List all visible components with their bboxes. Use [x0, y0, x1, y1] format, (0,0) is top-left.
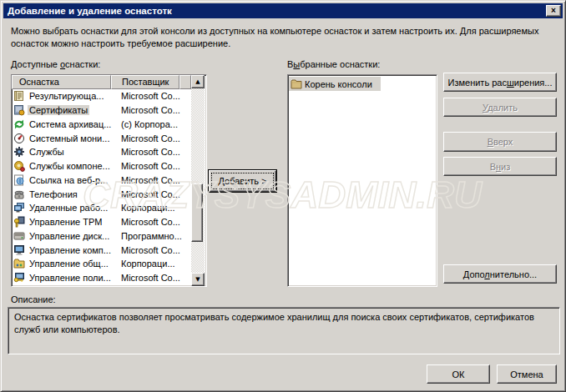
rsop-icon: [13, 90, 25, 102]
list-scrollbar[interactable]: ▲ ▼: [191, 75, 205, 286]
web-link-icon: [13, 174, 25, 186]
cancel-button[interactable]: Отмена: [497, 364, 557, 384]
selected-snapin-item[interactable]: Корень консоли: [289, 77, 381, 91]
snapin-vendor: Microsoft Co...: [111, 217, 191, 227]
tpm-icon: [13, 216, 25, 228]
snapin-vendor: Microsoft Co...: [111, 175, 191, 185]
add-button-label: Добавить >: [218, 176, 266, 186]
snapin-name: Сертификаты: [28, 105, 89, 115]
move-down-button: Вниз: [443, 157, 557, 176]
snapin-name: Ссылка на веб-р...: [28, 175, 109, 185]
snapin-vendor: Корпораци...: [111, 259, 191, 269]
snapin-row[interactable]: Результирующа...Microsoft Co...: [12, 89, 191, 103]
snapin-name: Управление поли...: [28, 273, 111, 283]
services-icon: [13, 146, 25, 158]
snapin-vendor: Microsoft Co...: [111, 133, 191, 143]
snapin-row[interactable]: Управление TPMMicrosoft Co...: [12, 215, 191, 229]
window-title: Добавление и удаление оснастотк: [8, 6, 172, 16]
computer-management-icon: [13, 244, 25, 256]
column-header-vendor[interactable]: Поставщик: [111, 75, 179, 89]
snapin-name: Удаленные рабо...: [28, 203, 109, 213]
arrow-up-icon: ▲: [195, 78, 200, 85]
selected-snapins-list[interactable]: Корень консоли: [287, 74, 437, 287]
arrow-down-icon: ▼: [195, 276, 200, 283]
perfmon-icon: [13, 133, 25, 144]
snapin-vendor: Microsoft Co...: [111, 245, 191, 255]
advanced-label: Дополнительно...: [463, 269, 537, 279]
titlebar[interactable]: Добавление и удаление оснастотк ×: [3, 3, 563, 18]
certificates-icon: [13, 104, 25, 116]
snapin-name: Система архивац...: [28, 119, 111, 129]
snapin-vendor: Microsoft Co...: [111, 105, 191, 115]
snapin-row[interactable]: Службы компоне...Microsoft Co...: [12, 159, 191, 173]
add-remove-snapins-dialog: Добавление и удаление оснастотк × Можно …: [0, 0, 566, 392]
available-snapins-label: Доступные оснастки:: [11, 59, 100, 69]
snapin-vendor: Программно...: [111, 231, 191, 241]
cancel-label: Отмена: [510, 369, 543, 379]
close-icon: ×: [551, 6, 556, 15]
snapin-row[interactable]: Управление общ...Корпораци...: [12, 257, 191, 271]
snapin-name: Службы компоне...: [28, 161, 111, 171]
snapin-name: Системный мони...: [28, 133, 111, 143]
component-services-icon: [13, 160, 25, 172]
list-header: Оснастка Поставщик: [12, 75, 191, 89]
snapin-vendor: Microsoft Co...: [111, 161, 191, 171]
selected-snapin-name: Корень консоли: [305, 79, 372, 89]
snapin-name: Управление комп...: [28, 245, 111, 255]
move-down-label: Вниз: [490, 162, 511, 172]
add-button[interactable]: Добавить >: [209, 170, 276, 192]
column-header-filler: [179, 75, 191, 89]
snapin-name: Управление общ...: [28, 259, 110, 269]
description-label: Описание:: [11, 294, 56, 304]
telephony-icon: [13, 188, 25, 200]
scroll-down-button[interactable]: ▼: [191, 273, 205, 286]
snapin-vendor: Microsoft Co...: [111, 147, 191, 157]
description-panel: Оснастка сертификатов позволяет просматр…: [8, 307, 560, 354]
policy-icon: [13, 272, 25, 284]
intro-text: Можно выбрать оснастки для этой консоли …: [11, 25, 558, 50]
move-up-button: Вверх: [443, 132, 557, 152]
edit-extensions-label: Изменить расширения...: [448, 78, 553, 88]
snapin-vendor: Корпораци...: [111, 203, 191, 213]
scroll-up-button[interactable]: ▲: [191, 75, 205, 88]
shared-folders-icon: [13, 258, 25, 269]
ok-label: ОК: [452, 369, 465, 379]
scrollbar-thumb[interactable]: [191, 183, 203, 242]
snapin-name: Управление TPM: [28, 217, 104, 227]
snapin-vendor: (с) Корпора...: [111, 119, 191, 129]
snapin-name: Управление диск...: [28, 231, 111, 241]
remove-label: Удалить: [483, 103, 518, 113]
scrollbar-track[interactable]: [191, 88, 205, 273]
snapin-vendor: Microsoft Co...: [111, 189, 191, 199]
ok-button[interactable]: ОК: [427, 364, 490, 384]
remote-desktops-icon: [13, 202, 25, 214]
snapin-row[interactable]: СертификатыMicrosoft Co...: [12, 103, 191, 118]
disk-management-icon: [13, 230, 25, 242]
remove-button: Удалить: [443, 98, 557, 117]
snapin-vendor: Microsoft Co...: [111, 273, 191, 283]
column-header-snapin[interactable]: Оснастка: [12, 75, 111, 89]
root-folder-icon: [291, 78, 302, 90]
snapin-row[interactable]: ТелефонияMicrosoft Co...: [12, 187, 191, 201]
snapin-row[interactable]: Удаленные рабо...Корпораци...: [12, 201, 191, 215]
snapin-name: Службы: [28, 147, 66, 157]
backup-icon: [13, 118, 25, 130]
snapin-name: Телефония: [28, 189, 79, 199]
description-text: Оснастка сертификатов позволяет просматр…: [14, 312, 534, 334]
snapin-row[interactable]: Управление поли...Microsoft Co...: [12, 271, 191, 285]
snapin-row[interactable]: Ссылка на веб-р...Microsoft Co...: [12, 173, 191, 188]
snapin-row[interactable]: Управление диск...Программно...: [12, 229, 191, 244]
selected-snapins-label: Выбранные оснастки:: [287, 59, 380, 69]
close-button[interactable]: ×: [546, 5, 561, 17]
snapin-name: Результирующа...: [28, 91, 105, 101]
snapin-row[interactable]: Системный мони...Microsoft Co...: [12, 131, 191, 145]
snapin-row[interactable]: СлужбыMicrosoft Co...: [12, 145, 191, 159]
snapin-row[interactable]: Система архивац...(с) Корпора...: [12, 118, 191, 132]
edit-extensions-button[interactable]: Изменить расширения...: [443, 73, 557, 92]
advanced-button[interactable]: Дополнительно...: [443, 264, 557, 284]
snapin-vendor: Microsoft Co...: [111, 91, 191, 101]
move-up-label: Вверх: [488, 137, 513, 147]
available-snapins-list[interactable]: Оснастка Поставщик Результирующа...Micro…: [11, 74, 207, 287]
snapin-row[interactable]: Управление комп...Microsoft Co...: [12, 243, 191, 257]
